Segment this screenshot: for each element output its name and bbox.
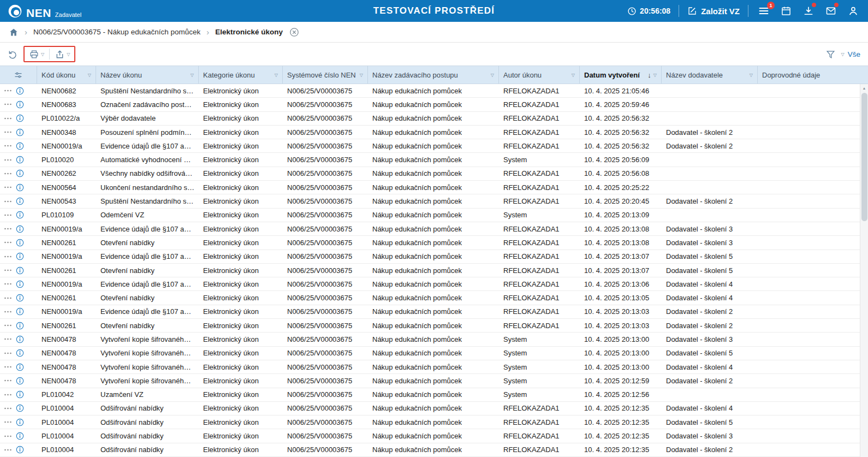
column-filter-icon[interactable]: ▽ xyxy=(360,73,363,78)
column-header-datum[interactable]: Datum vytvoření↓▽ xyxy=(580,66,662,84)
info-icon[interactable] xyxy=(16,142,24,150)
row-actions-icon[interactable] xyxy=(4,117,12,120)
row-actions-icon[interactable] xyxy=(4,255,12,258)
close-view-button[interactable] xyxy=(289,27,299,37)
table-row[interactable]: PL010004 Odšifrování nabídky Elektronick… xyxy=(0,443,868,457)
table-row[interactable]: NEN00478 Vytvoření kopie šifrovaného … E… xyxy=(0,347,868,360)
row-actions-icon[interactable] xyxy=(4,324,12,327)
info-icon[interactable] xyxy=(16,87,24,95)
downloads-button[interactable] xyxy=(801,4,816,18)
info-icon[interactable] xyxy=(16,418,24,426)
row-actions-icon[interactable] xyxy=(4,352,12,355)
info-icon[interactable] xyxy=(16,156,24,164)
table-row[interactable]: PL010022/a Výběr dodavatele Elektronický… xyxy=(0,112,868,126)
table-row[interactable]: NEN00478 Vytvoření kopie šifrovaného … E… xyxy=(0,374,868,388)
info-icon[interactable] xyxy=(16,100,24,109)
table-row[interactable]: NEN00683 Označení zadávacího postu… Elek… xyxy=(0,98,868,111)
row-actions-icon[interactable] xyxy=(4,186,12,189)
info-icon[interactable] xyxy=(16,225,24,233)
table-row[interactable]: NEN00261 Otevření nabídky Elektronický ú… xyxy=(0,264,868,277)
column-filter-icon[interactable]: ▽ xyxy=(572,73,575,78)
table-row[interactable]: NEN00478 Vytvoření kopie šifrovaného … E… xyxy=(0,360,868,374)
row-actions-icon[interactable] xyxy=(4,420,12,424)
info-icon[interactable] xyxy=(16,169,24,177)
scrollbar-up-icon[interactable]: ▲ xyxy=(860,84,868,92)
print-button[interactable]: ▽ xyxy=(29,49,44,60)
info-icon[interactable] xyxy=(16,349,24,357)
info-icon[interactable] xyxy=(16,307,24,316)
column-filter-icon[interactable]: ▽ xyxy=(750,73,753,78)
table-row[interactable]: PL010109 Odemčení VZ Elektronický úkon N… xyxy=(0,209,868,222)
filter-button[interactable] xyxy=(825,49,836,60)
row-actions-icon[interactable] xyxy=(4,158,12,162)
create-vz-button[interactable]: Založit VZ xyxy=(687,6,740,16)
table-row[interactable]: NEN00682 Spuštění Nestandardního st… Ele… xyxy=(0,84,868,98)
row-actions-icon[interactable] xyxy=(4,407,12,410)
column-filter-icon[interactable]: ▽ xyxy=(653,73,657,78)
row-actions-icon[interactable] xyxy=(4,213,12,217)
filter-scope-dropdown[interactable]: ▽ Vše xyxy=(841,50,860,58)
export-button[interactable]: ▽ xyxy=(55,49,70,60)
row-actions-icon[interactable] xyxy=(4,365,12,369)
info-icon[interactable] xyxy=(16,280,24,288)
row-actions-icon[interactable] xyxy=(4,296,12,300)
row-actions-icon[interactable] xyxy=(4,393,12,396)
info-icon[interactable] xyxy=(16,114,24,122)
row-actions-icon[interactable] xyxy=(4,130,12,134)
row-actions-icon[interactable] xyxy=(4,172,12,175)
table-row[interactable]: NEN00478 Vytvoření kopie šifrovaného … E… xyxy=(0,333,868,346)
column-filter-icon[interactable]: ▽ xyxy=(275,73,278,78)
row-actions-icon[interactable] xyxy=(4,144,12,147)
info-icon[interactable] xyxy=(16,211,24,219)
table-row[interactable]: NEN00564 Ukončení nestandardního st… Ele… xyxy=(0,181,868,194)
refresh-button[interactable] xyxy=(8,49,18,60)
info-icon[interactable] xyxy=(16,266,24,275)
row-actions-icon[interactable] xyxy=(4,89,12,92)
table-row[interactable]: NEN00019/a Evidence údajů dle §107 až … … xyxy=(0,222,868,236)
info-icon[interactable] xyxy=(16,446,24,454)
column-header-postup[interactable]: Název zadávacího postupu▽ xyxy=(368,66,499,84)
calendar-button[interactable] xyxy=(779,4,793,18)
table-row[interactable]: NEN00261 Otevření nabídky Elektronický ú… xyxy=(0,291,868,305)
column-filter-icon[interactable]: ▽ xyxy=(491,73,494,78)
info-icon[interactable] xyxy=(16,294,24,302)
info-icon[interactable] xyxy=(16,390,24,399)
row-actions-icon[interactable] xyxy=(4,435,12,438)
column-filter-icon[interactable]: ▽ xyxy=(191,73,194,78)
column-filter-icon[interactable]: ▽ xyxy=(88,73,91,78)
table-row[interactable]: NEN00348 Posouzení splnění podmíne… Elek… xyxy=(0,126,868,139)
info-icon[interactable] xyxy=(16,183,24,192)
info-icon[interactable] xyxy=(16,128,24,136)
table-row[interactable]: NEN00019/a Evidence údajů dle §107 až … … xyxy=(0,250,868,264)
info-icon[interactable] xyxy=(16,363,24,371)
column-header-kod[interactable]: Kód úkonu▽ xyxy=(37,66,96,84)
row-actions-icon[interactable] xyxy=(4,379,12,382)
vertical-scrollbar[interactable]: ▲ xyxy=(860,84,868,457)
export-dropdown-icon[interactable]: ▽ xyxy=(67,52,70,57)
home-button[interactable] xyxy=(9,27,19,37)
table-row[interactable]: PL010004 Odšifrování nabídky Elektronick… xyxy=(0,416,868,429)
table-row[interactable]: NEN00261 Otevření nabídky Elektronický ú… xyxy=(0,319,868,333)
table-row[interactable]: PL010004 Odšifrování nabídky Elektronick… xyxy=(0,402,868,416)
print-dropdown-icon[interactable]: ▽ xyxy=(41,52,44,57)
row-actions-icon[interactable] xyxy=(4,103,12,106)
column-header-cislo[interactable]: Systémové číslo NEN▽ xyxy=(283,66,368,84)
table-row[interactable]: NEN00019/a Evidence údajů dle §107 až … … xyxy=(0,305,868,319)
scrollbar-thumb[interactable] xyxy=(861,93,867,221)
table-row[interactable]: NEN00543 Spuštění Nestandardního st… Ele… xyxy=(0,194,868,208)
row-actions-icon[interactable] xyxy=(4,282,12,286)
info-icon[interactable] xyxy=(16,335,24,343)
table-row[interactable]: NEN00262 Všechny nabídky odšifrován… Ele… xyxy=(0,167,868,181)
row-actions-icon[interactable] xyxy=(4,241,12,244)
nen-brand[interactable]: NEN Zadavatel xyxy=(8,4,81,19)
info-icon[interactable] xyxy=(16,432,24,440)
info-icon[interactable] xyxy=(16,197,24,205)
row-actions-icon[interactable] xyxy=(4,337,12,341)
row-actions-icon[interactable] xyxy=(4,200,12,203)
grid-settings-button[interactable] xyxy=(0,66,37,84)
table-row[interactable]: PL010042 Uzamčení VZ Elektronický úkon N… xyxy=(0,388,868,402)
column-header-dodavatel[interactable]: Název dodavatele▽ xyxy=(662,66,758,84)
column-header-kategorie[interactable]: Kategorie úkonu▽ xyxy=(199,66,283,84)
table-row[interactable]: NEN00261 Otevření nabídky Elektronický ú… xyxy=(0,236,868,250)
info-icon[interactable] xyxy=(16,239,24,247)
